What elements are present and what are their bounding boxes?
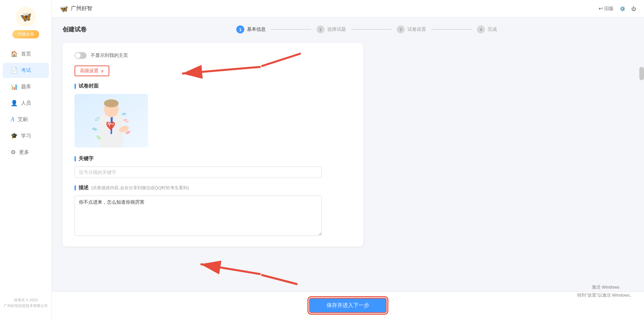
win-activate-line1: 激活 Windows	[577, 283, 634, 291]
keyword-section-bar	[75, 156, 76, 162]
sidebar-item-more[interactable]: ⚙ 更多	[3, 145, 49, 160]
copyright-text: 优考试 © 2023	[4, 297, 48, 303]
svg-rect-13	[125, 120, 129, 121]
sidebar-item-people[interactable]: 👤 人员	[3, 96, 49, 111]
keyword-input[interactable]	[75, 167, 322, 178]
step-2-circle: 2	[316, 25, 325, 33]
content-area: 创建试卷 1 基本信息 2 选择试题 3 试卷设置 4	[52, 17, 644, 292]
description-section-title: 描述 (试卷描述内容,会在分享到微信或QQ时给考生看到)	[75, 185, 351, 191]
step-1: 1 基本信息	[236, 25, 266, 33]
sidebar-item-ai[interactable]: A 艾刷	[3, 112, 49, 127]
people-icon: 👤	[11, 100, 18, 107]
step-4: 4 完成	[477, 25, 497, 33]
sidebar-label-exam: 考试	[21, 67, 31, 74]
svg-point-4	[104, 99, 119, 107]
exam-icon: 📄	[11, 67, 18, 74]
sidebar: 🦋 升级会员 🏠 首页 📄 考试 📊 题库 👤 人员 A 艾刷 🎓 学习 ⚙	[0, 0, 52, 319]
homepage-toggle[interactable]	[75, 52, 87, 59]
page-title: 创建试卷	[62, 25, 87, 33]
gear-icon: ⚙️	[620, 6, 625, 11]
step-line-2	[351, 29, 391, 30]
sidebar-item-question-bank[interactable]: 📊 题库	[3, 79, 49, 94]
windows-activation-watermark: 激活 Windows 转到"设置"以激活 Windows。	[577, 283, 634, 299]
sidebar-item-learning[interactable]: 🎓 学习	[3, 128, 49, 143]
page-header: 创建试卷 1 基本信息 2 选择试题 3 试卷设置 4	[62, 25, 633, 33]
step-4-circle: 4	[477, 25, 485, 33]
step-2-label: 选择试题	[327, 26, 346, 32]
sidebar-nav: 🏠 首页 📄 考试 📊 题库 👤 人员 A 艾刷 🎓 学习 ⚙ 更多	[0, 46, 51, 160]
step-1-circle: 1	[236, 25, 244, 33]
win-activate-line2: 转到"设置"以激活 Windows。	[577, 291, 634, 299]
chevron-down-icon: ∨	[101, 68, 104, 74]
ai-icon: A	[11, 116, 14, 123]
topbar-logo-icon: 🦋	[60, 5, 68, 13]
company-text: 广州好智信息技术有限公司	[4, 303, 48, 309]
sidebar-logo: 🦋	[16, 7, 36, 27]
step-3-label: 试卷设置	[407, 26, 426, 32]
sidebar-label-more: 更多	[19, 149, 29, 155]
save-next-button[interactable]: 保存并进入下一步	[309, 298, 387, 313]
step-line-1	[271, 29, 311, 30]
bottom-bar: 保存并进入下一步	[52, 292, 644, 319]
undo-icon: ↩	[599, 5, 603, 12]
form-card: 不显示到我的主页 高级设置 ∨ 试卷封面	[62, 43, 363, 246]
sidebar-item-exam[interactable]: 📄 考试	[3, 63, 49, 78]
topbar-title: 广州好智	[71, 5, 596, 12]
sidebar-label-people: 人员	[21, 100, 31, 106]
keyword-section-title: 关键字	[75, 155, 351, 162]
advanced-settings-label: 高级设置	[80, 68, 99, 74]
question-bank-icon: 📊	[11, 83, 18, 90]
cover-section-bar	[75, 84, 76, 89]
cover-image-svg	[75, 94, 148, 147]
step-4-label: 完成	[488, 26, 497, 32]
step-3: 3 试卷设置	[397, 25, 426, 33]
cover-section-title: 试卷封面	[75, 83, 351, 89]
topbar: 🦋 广州好智 ↩ 旧版 ⚙️ ⏻	[52, 0, 644, 17]
sidebar-footer: 优考试 © 2023 广州好智信息技术有限公司	[0, 294, 51, 312]
logo-icon: 🦋	[20, 11, 32, 22]
upgrade-button[interactable]: 升级会员	[12, 30, 39, 38]
toggle-label: 不显示到我的主页	[91, 52, 128, 59]
svg-rect-12	[95, 118, 99, 120]
cover-image-container[interactable]	[75, 94, 148, 147]
more-icon: ⚙	[11, 149, 16, 156]
advanced-settings-button[interactable]: 高级设置 ∨	[75, 66, 109, 76]
description-textarea[interactable]: 你不点进来，怎么知道你很厉害	[75, 196, 322, 236]
step-1-label: 基本信息	[247, 26, 266, 32]
step-2: 2 选择试题	[316, 25, 346, 33]
settings-button[interactable]: ⚙️	[620, 6, 625, 11]
version-toggle[interactable]: ↩ 旧版	[599, 5, 614, 12]
sidebar-label-ai: 艾刷	[18, 116, 28, 123]
toggle-row: 不显示到我的主页	[75, 52, 351, 59]
main-area: 🦋 广州好智 ↩ 旧版 ⚙️ ⏻ 创建试卷 1 基本信息	[52, 0, 644, 319]
steps-indicator: 1 基本信息 2 选择试题 3 试卷设置 4 完成	[100, 25, 633, 33]
step-3-circle: 3	[397, 25, 405, 33]
power-icon: ⏻	[631, 6, 636, 11]
learning-icon: 🎓	[11, 132, 18, 139]
sidebar-label-qbank: 题库	[21, 84, 31, 90]
power-button[interactable]: ⏻	[631, 6, 636, 11]
sidebar-label-learning: 学习	[21, 133, 31, 139]
step-line-3	[431, 29, 472, 30]
scrollbar-indicator[interactable]	[639, 67, 644, 80]
description-section-bar	[75, 185, 76, 191]
description-hint: (试卷描述内容,会在分享到微信或QQ时给考生看到)	[91, 185, 189, 191]
topbar-actions: ↩ 旧版 ⚙️ ⏻	[599, 5, 636, 12]
sidebar-label-home: 首页	[21, 51, 31, 57]
home-icon: 🏠	[11, 50, 18, 58]
sidebar-item-home[interactable]: 🏠 首页	[3, 46, 49, 62]
version-label: 旧版	[604, 6, 614, 12]
